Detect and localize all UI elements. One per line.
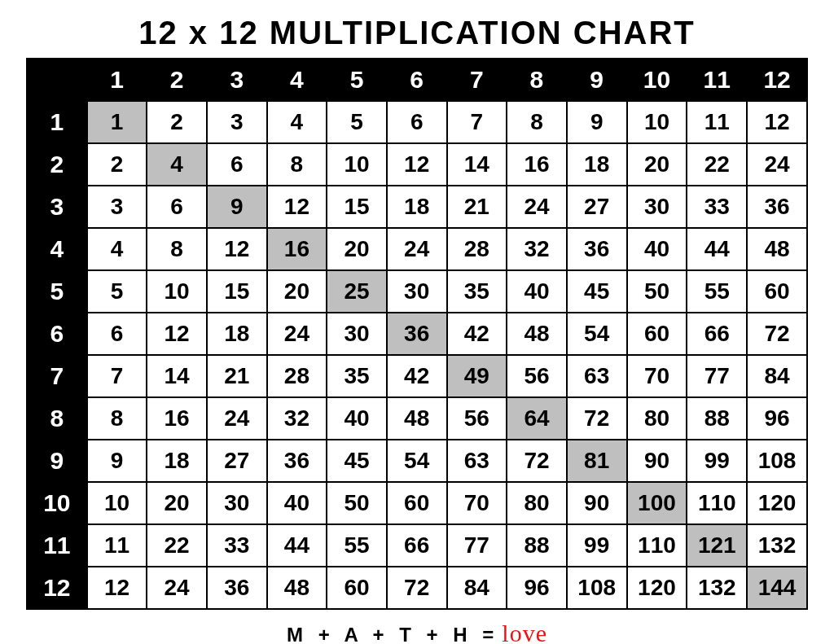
footer-credit: M + A + T + H = love — [287, 620, 547, 644]
product-cell: 84 — [747, 355, 807, 397]
product-cell: 6 — [87, 313, 147, 355]
product-cell: 40 — [627, 228, 687, 270]
product-cell: 42 — [387, 355, 447, 397]
product-cell: 12 — [147, 313, 207, 355]
product-cell: 144 — [747, 567, 807, 609]
product-cell: 24 — [267, 313, 327, 355]
product-cell: 36 — [387, 313, 447, 355]
product-cell: 132 — [747, 524, 807, 567]
product-cell: 108 — [567, 567, 627, 609]
product-cell: 36 — [747, 186, 807, 228]
product-cell: 7 — [87, 355, 147, 397]
product-cell: 96 — [507, 567, 567, 609]
product-cell: 48 — [267, 567, 327, 609]
row-header: 3 — [27, 186, 87, 228]
product-cell: 44 — [267, 524, 327, 567]
row-header: 6 — [27, 313, 87, 355]
product-cell: 80 — [627, 397, 687, 440]
col-header: 5 — [327, 59, 387, 101]
product-cell: 8 — [267, 143, 327, 186]
product-cell: 56 — [507, 355, 567, 397]
product-cell: 10 — [627, 101, 687, 143]
product-cell: 56 — [447, 397, 507, 440]
product-cell: 16 — [147, 397, 207, 440]
product-cell: 12 — [747, 101, 807, 143]
product-cell: 120 — [747, 482, 807, 524]
product-cell: 40 — [507, 270, 567, 313]
product-cell: 2 — [87, 143, 147, 186]
row-header: 12 — [27, 567, 87, 609]
product-cell: 60 — [747, 270, 807, 313]
product-cell: 48 — [747, 228, 807, 270]
product-cell: 18 — [207, 313, 267, 355]
product-cell: 5 — [87, 270, 147, 313]
product-cell: 9 — [207, 186, 267, 228]
product-cell: 24 — [747, 143, 807, 186]
product-cell: 22 — [147, 524, 207, 567]
row-header: 1 — [27, 101, 87, 143]
product-cell: 27 — [207, 440, 267, 482]
product-cell: 110 — [627, 524, 687, 567]
product-cell: 70 — [627, 355, 687, 397]
product-cell: 18 — [567, 143, 627, 186]
product-cell: 10 — [327, 143, 387, 186]
product-cell: 88 — [687, 397, 747, 440]
product-cell: 24 — [507, 186, 567, 228]
row-header: 9 — [27, 440, 87, 482]
product-cell: 8 — [147, 228, 207, 270]
product-cell: 16 — [267, 228, 327, 270]
product-cell: 8 — [507, 101, 567, 143]
product-cell: 4 — [87, 228, 147, 270]
multiplication-table: 1234567891011121123456789101112224681012… — [26, 58, 808, 610]
product-cell: 28 — [447, 228, 507, 270]
product-cell: 12 — [87, 567, 147, 609]
col-header: 10 — [627, 59, 687, 101]
product-cell: 42 — [447, 313, 507, 355]
product-cell: 33 — [207, 524, 267, 567]
product-cell: 28 — [267, 355, 327, 397]
product-cell: 20 — [267, 270, 327, 313]
product-cell: 99 — [567, 524, 627, 567]
product-cell: 35 — [447, 270, 507, 313]
product-cell: 15 — [207, 270, 267, 313]
product-cell: 54 — [387, 440, 447, 482]
col-header: 4 — [267, 59, 327, 101]
product-cell: 64 — [507, 397, 567, 440]
col-header: 2 — [147, 59, 207, 101]
product-cell: 9 — [567, 101, 627, 143]
product-cell: 70 — [447, 482, 507, 524]
product-cell: 66 — [687, 313, 747, 355]
product-cell: 77 — [687, 355, 747, 397]
col-header: 3 — [207, 59, 267, 101]
col-header: 9 — [567, 59, 627, 101]
row-header: 7 — [27, 355, 87, 397]
product-cell: 50 — [627, 270, 687, 313]
product-cell: 9 — [87, 440, 147, 482]
product-cell: 6 — [207, 143, 267, 186]
col-header: 1 — [87, 59, 147, 101]
col-header: 8 — [507, 59, 567, 101]
product-cell: 72 — [567, 397, 627, 440]
product-cell: 108 — [747, 440, 807, 482]
product-cell: 54 — [567, 313, 627, 355]
product-cell: 11 — [87, 524, 147, 567]
product-cell: 81 — [567, 440, 627, 482]
product-cell: 24 — [147, 567, 207, 609]
product-cell: 32 — [507, 228, 567, 270]
product-cell: 49 — [447, 355, 507, 397]
product-cell: 5 — [327, 101, 387, 143]
product-cell: 32 — [267, 397, 327, 440]
product-cell: 48 — [507, 313, 567, 355]
col-header: 11 — [687, 59, 747, 101]
product-cell: 30 — [327, 313, 387, 355]
product-cell: 10 — [147, 270, 207, 313]
product-cell: 100 — [627, 482, 687, 524]
product-cell: 72 — [387, 567, 447, 609]
product-cell: 60 — [627, 313, 687, 355]
product-cell: 36 — [567, 228, 627, 270]
product-cell: 121 — [687, 524, 747, 567]
footer-love-text: love — [502, 620, 547, 644]
product-cell: 3 — [87, 186, 147, 228]
row-header: 2 — [27, 143, 87, 186]
product-cell: 3 — [207, 101, 267, 143]
